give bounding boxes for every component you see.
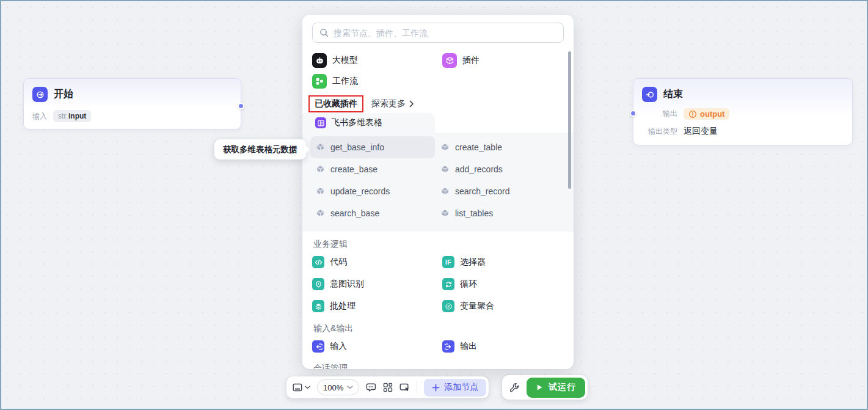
cube-icon (316, 143, 325, 152)
workflow-icon (312, 74, 327, 89)
favorite-plugins-tab[interactable]: 已收藏插件 (308, 95, 363, 112)
blocks-icon (383, 383, 393, 392)
search-box[interactable] (312, 23, 564, 43)
run-toolbar: 试运行 (502, 375, 588, 400)
cube-icon (316, 187, 325, 196)
chevron-down-icon (305, 386, 310, 389)
node-item-batch[interactable]: 批处理 (312, 295, 442, 317)
aggregate-icon (442, 300, 454, 312)
end-input-port[interactable] (630, 110, 636, 117)
input-variable-tag: str.input (53, 110, 91, 122)
output-warning-tag: output (684, 108, 729, 120)
output-icon (442, 340, 454, 353)
add-node-button[interactable]: 添加节点 (424, 379, 486, 397)
cube-icon (440, 187, 450, 196)
node-item-code[interactable]: 代码 (312, 251, 442, 273)
code-icon (312, 256, 324, 268)
cube-icon (316, 165, 325, 174)
end-node-title: 结束 (663, 88, 683, 101)
components-button[interactable] (383, 383, 393, 392)
cube-icon (440, 143, 450, 152)
layout-toggle-button[interactable] (293, 383, 310, 392)
start-node-title: 开始 (54, 88, 73, 101)
node-picker-panel: 大模型 插件 工作流 已收藏插件 探索更多 (302, 15, 574, 369)
chevron-down-icon (347, 386, 353, 389)
play-icon (536, 384, 543, 391)
chevron-right-icon (409, 100, 415, 108)
favorite-plugin-list: get_base_info create_table create_base a… (302, 133, 574, 232)
test-run-button[interactable]: 试运行 (527, 378, 585, 398)
select-rect-icon (399, 383, 410, 392)
wrench-icon (509, 383, 520, 393)
plugin-item-search-record[interactable]: search_record (435, 180, 566, 202)
feishu-bitable-icon (315, 117, 326, 128)
output-label: 输出 (642, 109, 677, 119)
category-workflow[interactable]: 工作流 (312, 71, 442, 92)
feishu-bitable-tab[interactable]: 飞书多维表格 (302, 113, 435, 133)
explore-more-link[interactable]: 探索更多 (371, 98, 415, 109)
category-plugin[interactable]: 插件 (442, 50, 564, 71)
plugin-item-list-tables[interactable]: list_tables (435, 202, 566, 224)
start-output-port[interactable] (238, 103, 244, 109)
category-llm[interactable]: 大模型 (312, 50, 442, 71)
output-type-label: 输出类型 (642, 126, 677, 137)
node-item-intent[interactable]: 意图识别 (312, 273, 442, 295)
input-label: 输入 (32, 111, 47, 122)
loop-icon (442, 278, 454, 290)
plugin-item-create-base[interactable]: create_base (310, 158, 435, 180)
cube-icon (440, 209, 450, 218)
zoom-level-dropdown[interactable]: 100% (317, 379, 359, 395)
section-business-logic: 业务逻辑 (313, 239, 574, 251)
node-item-aggregate[interactable]: 变量聚合 (442, 295, 564, 317)
window-icon (293, 383, 303, 392)
end-node[interactable]: 结束 输出 output 输出类型 返回变量 (633, 78, 853, 145)
warning-icon (688, 110, 697, 119)
end-icon (642, 87, 657, 102)
toolbar-divider (417, 381, 417, 394)
plugin-item-add-records[interactable]: add_records (435, 158, 566, 180)
search-input[interactable] (334, 28, 556, 38)
comment-icon (366, 383, 376, 392)
cube-icon (316, 209, 325, 218)
node-item-selector[interactable]: IF 选择器 (442, 251, 564, 273)
cube-icon (440, 165, 450, 174)
plugin-item-update-records[interactable]: update_records (310, 180, 435, 202)
section-session: 会话管理 (313, 363, 574, 369)
output-type-value: 返回变量 (684, 126, 718, 137)
plugin-tooltip: 获取多维表格元数据 (214, 139, 306, 159)
start-icon (32, 87, 48, 102)
plus-icon (432, 384, 440, 392)
search-icon (319, 28, 329, 37)
plugin-icon (442, 53, 457, 68)
node-item-input[interactable]: 输入 (312, 335, 442, 357)
canvas-toolbar: 100% 添加节点 (286, 376, 489, 398)
if-icon: IF (442, 256, 454, 268)
workflow-canvas[interactable]: 开始 输入 str.input 结束 输出 output 输出类型 (0, 0, 868, 410)
debug-tools-button[interactable] (509, 383, 520, 393)
comment-button[interactable] (366, 383, 376, 392)
plugin-item-get-base-info[interactable]: get_base_info (310, 136, 435, 158)
node-item-loop[interactable]: 循环 (442, 273, 564, 295)
llm-icon (312, 53, 327, 68)
plugin-item-create-table[interactable]: create_table (435, 136, 566, 158)
plugin-item-search-base[interactable]: search_base (310, 202, 435, 224)
select-mode-button[interactable] (399, 383, 410, 392)
intent-icon (312, 278, 324, 290)
section-input-output: 输入&输出 (313, 323, 574, 335)
input-icon (312, 340, 324, 353)
batch-icon (312, 300, 324, 312)
start-node[interactable]: 开始 输入 str.input (23, 78, 241, 130)
panel-scrollbar[interactable] (568, 51, 571, 189)
node-item-output[interactable]: 输出 (442, 335, 564, 357)
